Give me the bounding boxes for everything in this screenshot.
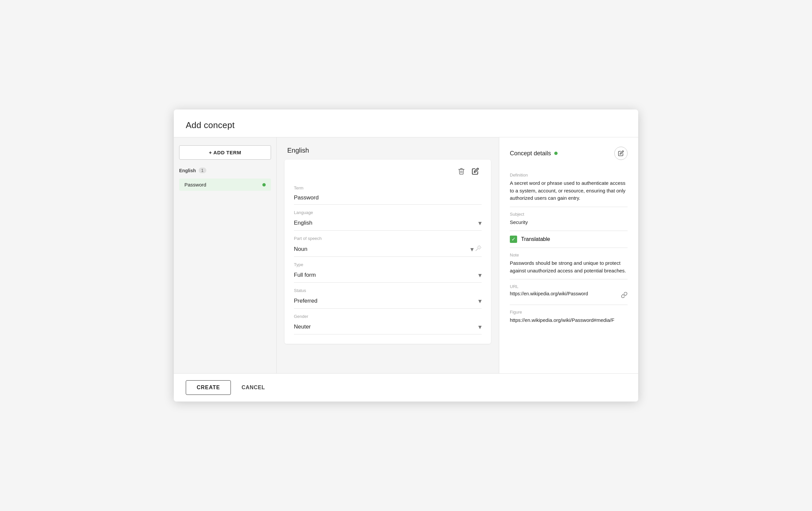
status-chevron-icon: ▾ [478,297,482,305]
note-value: Passwords should be strong and unique to… [510,259,628,275]
concept-edit-icon [618,150,624,156]
translatable-label: Translatable [521,236,550,242]
translatable-row: ✓ Translatable [510,231,628,248]
part-of-speech-chevron-icon: ▾ [470,245,474,253]
term-card: Term Password Language English ▾ Part of… [285,160,491,344]
modal-header: Add concept [174,110,638,137]
left-panel: + ADD TERM English 1 Password [174,137,277,373]
modal-footer: CREATE CANCEL [174,373,638,401]
subject-section: Subject Security [510,207,628,231]
add-term-button[interactable]: + ADD TERM [179,145,271,160]
term-status-dot [262,183,266,187]
gender-label: Gender [294,314,482,319]
figure-label: Figure [510,310,628,315]
concept-details-header: Concept details [510,147,628,160]
translatable-checkbox[interactable]: ✓ [510,235,517,243]
create-button[interactable]: CREATE [186,380,231,395]
cancel-button[interactable]: CANCEL [236,380,270,395]
gender-value: Neuter [294,323,311,330]
part-of-speech-select[interactable]: Noun ▾ [294,242,482,257]
modal-title: Add concept [186,120,626,131]
definition-value: A secret word or phrase used to authenti… [510,179,628,202]
definition-section: Definition A secret word or phrase used … [510,168,628,207]
language-field: Language English ▾ [294,205,482,231]
language-section-label: English 1 [179,168,271,173]
wand-icon [475,245,482,253]
right-panel: Concept details Definition A secret word… [499,137,638,373]
delete-icon [458,168,465,175]
delete-button[interactable] [455,165,468,177]
status-select[interactable]: Preferred ▾ [294,294,482,309]
url-label: URL [510,284,628,289]
type-select[interactable]: Full form ▾ [294,268,482,283]
note-label: Note [510,253,628,257]
url-link-icon[interactable] [621,292,628,300]
gender-field: Gender Neuter ▾ [294,309,482,335]
part-of-speech-label: Part of speech [294,236,482,241]
gender-chevron-icon: ▾ [478,323,482,331]
url-value: https://en.wikipedia.org/wiki/Password [510,291,588,296]
edit-card-icon [472,168,479,175]
center-panel: English [277,137,499,373]
part-of-speech-value: Noun [294,246,308,253]
term-value: Password [294,192,482,205]
language-select-value: English [294,220,313,226]
checkmark-icon: ✓ [512,236,516,242]
concept-details-title: Concept details [510,150,558,157]
subject-value: Security [510,219,628,226]
type-value: Full form [294,272,316,278]
figure-section: Figure https://en.wikipedia.org/wiki/Pas… [510,305,628,329]
term-card-actions [294,165,482,177]
part-of-speech-controls: ▾ [470,245,482,253]
language-chevron-icon: ▾ [478,219,482,227]
url-row: https://en.wikipedia.org/wiki/Password [510,291,628,300]
figure-value: https://en.wikipedia.org/wiki/Password#m… [510,317,628,324]
type-label: Type [294,262,482,267]
language-count-badge: 1 [199,168,206,173]
type-chevron-icon: ▾ [478,271,482,279]
modal-body: + ADD TERM English 1 Password English [174,137,638,373]
note-section: Note Passwords should be strong and uniq… [510,248,628,279]
concept-status-dot [554,152,558,155]
edit-card-button[interactable] [469,165,482,177]
language-select[interactable]: English ▾ [294,216,482,231]
term-label: Term [294,186,482,191]
modal-container: Add concept + ADD TERM English 1 Passwor… [174,110,638,401]
term-item-label: Password [184,182,206,188]
center-panel-header: English [277,137,499,160]
type-field: Type Full form ▾ [294,257,482,283]
gender-select[interactable]: Neuter ▾ [294,320,482,335]
concept-edit-button[interactable] [614,147,628,160]
url-section: URL https://en.wikipedia.org/wiki/Passwo… [510,279,628,305]
status-value: Preferred [294,297,317,304]
definition-label: Definition [510,173,628,177]
language-field-label: Language [294,210,482,215]
status-label: Status [294,288,482,293]
subject-label: Subject [510,212,628,217]
concept-details-label: Concept details [510,150,551,157]
term-list-item[interactable]: Password [179,178,271,191]
language-label-text: English [179,168,196,173]
status-field: Status Preferred ▾ [294,283,482,309]
part-of-speech-field: Part of speech Noun ▾ [294,231,482,257]
term-field: Term Password [294,180,482,205]
